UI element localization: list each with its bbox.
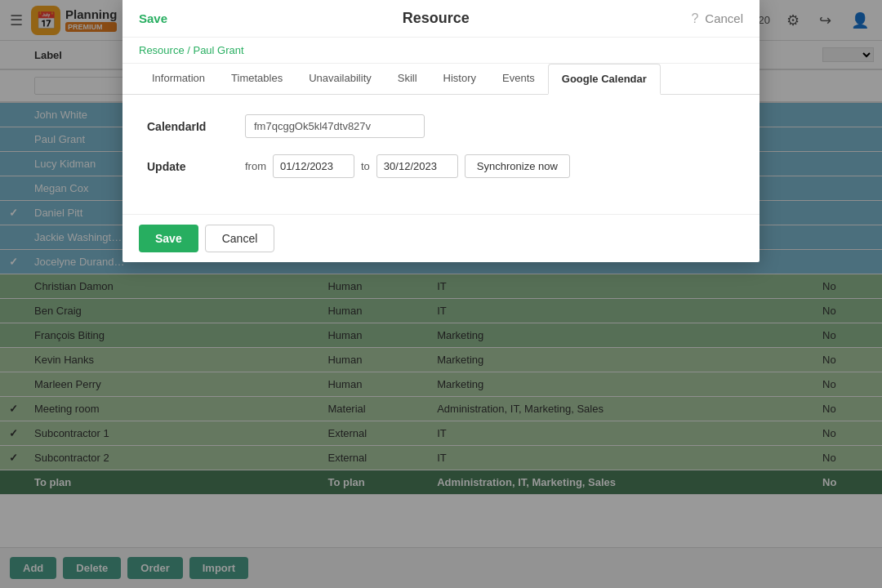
- sync-button[interactable]: Synchronize now: [465, 154, 570, 178]
- calendar-id-row: CalendarId: [147, 114, 735, 138]
- calendar-id-label: CalendarId: [147, 120, 245, 133]
- tab-events[interactable]: Events: [489, 64, 548, 95]
- update-row: Update from to Synchronize now: [147, 154, 735, 178]
- modal-body: CalendarId Update from to Synchronize no…: [122, 95, 760, 214]
- update-dates: from to Synchronize now: [245, 154, 570, 178]
- tab-timetables[interactable]: Timetables: [218, 64, 296, 95]
- modal-tabs: InformationTimetablesUnavailabilitySkill…: [122, 64, 760, 95]
- to-label: to: [361, 160, 370, 172]
- modal-save-header-btn[interactable]: Save: [139, 11, 167, 25]
- resource-modal: Save Resource ? Cancel Resource / Paul G…: [122, 0, 760, 262]
- tab-unavailability[interactable]: Unavailability: [296, 64, 385, 95]
- modal-cancel-footer-btn[interactable]: Cancel: [205, 225, 275, 252]
- to-date-input[interactable]: [376, 154, 458, 178]
- calendar-id-input[interactable]: [245, 114, 425, 138]
- tab-google_calendar[interactable]: Google Calendar: [548, 64, 661, 95]
- from-label: from: [245, 160, 266, 172]
- from-date-input[interactable]: [273, 154, 354, 178]
- modal-save-footer-btn[interactable]: Save: [139, 225, 198, 252]
- modal-cancel-header-btn[interactable]: Cancel: [705, 11, 743, 25]
- help-icon[interactable]: ?: [691, 11, 698, 26]
- modal-breadcrumb: Resource / Paul Grant: [122, 38, 760, 64]
- tab-history[interactable]: History: [430, 64, 489, 95]
- tab-information[interactable]: Information: [139, 64, 218, 95]
- tab-skill[interactable]: Skill: [385, 64, 430, 95]
- update-label: Update: [147, 160, 245, 173]
- modal-footer: Save Cancel: [122, 214, 760, 262]
- modal-header: Save Resource ? Cancel: [122, 0, 760, 38]
- modal-title: Resource: [180, 10, 691, 27]
- modal-overlay: Save Resource ? Cancel Resource / Paul G…: [0, 0, 882, 588]
